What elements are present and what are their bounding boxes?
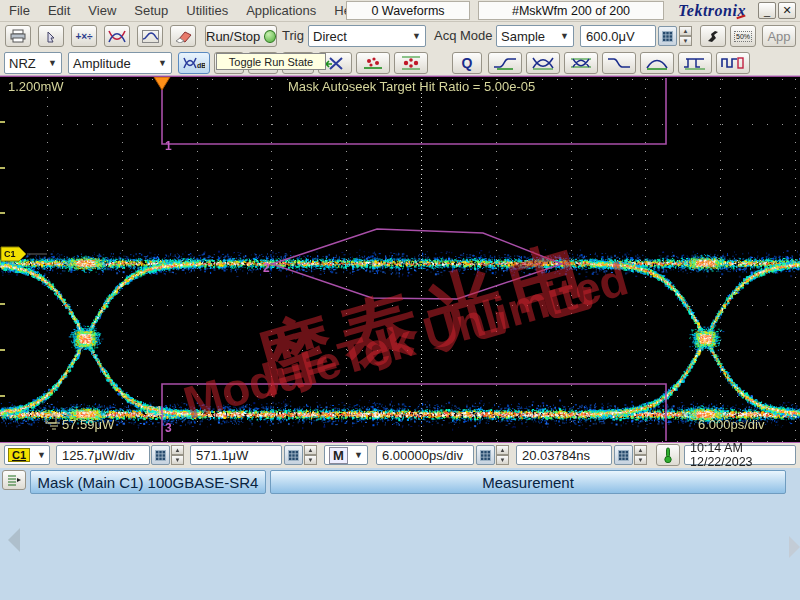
pulse-wave-icon <box>683 56 707 70</box>
collapse-left-arrow[interactable] <box>8 528 20 552</box>
ground-reference-icon <box>46 415 60 429</box>
scale-control-bar: C1▼ 125.7μW/div ▲▼ 571.1μW ▲▼ M▼ 6.00000… <box>0 443 800 468</box>
mask-test-button[interactable] <box>104 25 130 47</box>
menu-view[interactable]: View <box>79 0 125 22</box>
run-state-icon <box>264 30 276 43</box>
timebase-label: 6.000ps/div <box>698 417 765 432</box>
math-select[interactable]: M▼ <box>324 445 368 465</box>
horizontal-position-stepper[interactable]: ▲▼ <box>634 445 647 465</box>
keypad-icon[interactable] <box>476 445 495 465</box>
rise-wave-button[interactable] <box>488 52 522 74</box>
measurement-toolbar: NRZ▼ Amplitude▼ dB Q Toggle Run State <box>0 50 800 76</box>
q-factor-icon: Q <box>462 55 473 71</box>
title-bar: FileEditViewSetupUtilitiesApplicationsHe… <box>0 0 800 22</box>
menu-file[interactable]: File <box>0 0 39 22</box>
eye-crossing-button[interactable] <box>564 52 598 74</box>
tektronix-logo: Tektronix <box>678 2 746 20</box>
measure-category-select[interactable]: Amplitude▼ <box>68 52 172 74</box>
results-panel: Mask (Main C1) 100GBASE-SR4 Mask10Mask30… <box>0 468 800 600</box>
run-stop-label: Run/Stop <box>206 29 260 44</box>
menu-bar: FileEditViewSetupUtilitiesApplicationsHe… <box>0 0 370 22</box>
fall-wave-icon <box>607 56 631 70</box>
mask-hits-button-2[interactable] <box>394 52 428 74</box>
vertical-offset-stepper[interactable]: ▲▼ <box>304 445 317 465</box>
printer-icon <box>10 29 26 43</box>
clear-data-button[interactable] <box>170 25 196 47</box>
measurement-panel-header[interactable]: Measurement <box>270 470 786 494</box>
trigger-level-stepper[interactable]: ▲▼ <box>679 26 692 46</box>
minimize-button[interactable]: _ <box>758 2 776 19</box>
horizontal-scale-stepper[interactable]: ▲▼ <box>496 445 509 465</box>
mask2-label: 2 <box>263 261 270 275</box>
q-factor-button[interactable]: Q <box>452 52 482 74</box>
menu-edit[interactable]: Edit <box>39 0 79 22</box>
eye-two-icon <box>645 56 669 70</box>
acq-mode-select[interactable]: Sample▼ <box>496 25 574 47</box>
mask-db-button[interactable]: dB <box>178 52 210 74</box>
app-button[interactable]: App <box>762 25 796 47</box>
keypad-icon[interactable] <box>151 445 170 465</box>
mask-test-icon <box>108 30 126 43</box>
channel-label: C1 <box>146 403 163 418</box>
set-50pct-icon: 50% <box>734 31 752 42</box>
scroll-right-arrow[interactable] <box>789 536 800 558</box>
run-stop-button[interactable]: Run/Stop <box>205 25 277 47</box>
autoset-button[interactable] <box>700 25 726 47</box>
trigger-source-select[interactable]: Direct▼ <box>308 25 426 47</box>
mask-margin-icon <box>324 57 346 70</box>
waveform-display[interactable]: 1 2 3 C1 1.200mW Mask Autoseek Target Hi… <box>0 76 800 443</box>
mask-hits-red-icon <box>363 56 383 70</box>
waveform-edit-icon <box>142 30 159 43</box>
math-icon: +×÷ <box>75 31 92 42</box>
channel-marker-label[interactable]: C1 <box>4 249 16 259</box>
main-toolbar: +×÷ Run/Stop Trig Direct▼ Acq Mode Sampl… <box>0 22 800 50</box>
eye-one-button[interactable] <box>526 52 560 74</box>
mask3-label: 3 <box>165 421 172 435</box>
temperature-button[interactable] <box>656 444 680 466</box>
vertical-scale-input[interactable]: 125.7μW/div <box>56 445 150 465</box>
horizontal-position-input[interactable]: 20.03784ns <box>516 445 612 465</box>
set-50pct-button[interactable]: 50% <box>730 25 756 47</box>
mask-overlay <box>0 77 800 442</box>
pulse-wave-button[interactable] <box>678 52 712 74</box>
vertical-scale-stepper[interactable]: ▲▼ <box>171 445 184 465</box>
mask-db-icon: dB <box>183 57 205 70</box>
trigger-level-input[interactable]: 600.0μV <box>580 25 656 47</box>
vertical-offset-input[interactable]: 571.1μW <box>190 445 282 465</box>
eraser-icon <box>175 30 192 43</box>
keypad-icon[interactable] <box>284 445 303 465</box>
svg-text:dB: dB <box>197 62 205 69</box>
chevron-down-icon: ▼ <box>556 31 569 41</box>
mask1-label: 1 <box>165 139 172 153</box>
print-button[interactable] <box>5 25 31 47</box>
touch-select-button[interactable] <box>38 25 64 47</box>
chevron-down-icon: ▼ <box>33 450 46 460</box>
tooltip: Toggle Run State <box>216 53 326 70</box>
menu-applications[interactable]: Applications <box>237 0 325 22</box>
datetime-display: 10:14 AM 12/22/2023 <box>684 445 796 465</box>
rise-wave-icon <box>493 56 517 70</box>
bit-pattern-button[interactable] <box>716 52 750 74</box>
mask-autoseek-status: Mask Autoseek Target Hit Ratio = 5.00e-0… <box>288 79 535 94</box>
keypad-icon[interactable] <box>658 26 677 46</box>
close-button[interactable]: ✕ <box>778 2 796 19</box>
horizontal-scale-input[interactable]: 6.00000ps/div <box>376 445 474 465</box>
menu-utilities[interactable]: Utilities <box>177 0 237 22</box>
eye-one-icon <box>531 56 555 70</box>
readout-menu-button[interactable] <box>2 470 26 490</box>
chevron-down-icon: ▼ <box>408 31 421 41</box>
keypad-icon[interactable] <box>614 445 633 465</box>
mask-hits-red2-icon <box>401 56 421 70</box>
acq-mode-label: Acq Mode <box>434 28 493 43</box>
math-setup-button[interactable]: +×÷ <box>71 25 97 47</box>
mask-hits-button-1[interactable] <box>356 52 390 74</box>
trig-label: Trig <box>282 28 304 43</box>
mask-panel-header[interactable]: Mask (Main C1) 100GBASE-SR4 <box>30 470 266 494</box>
signal-type-select[interactable]: NRZ▼ <box>4 52 62 74</box>
waveform-edit-button[interactable] <box>137 25 163 47</box>
autoset-runner-icon <box>706 29 720 43</box>
channel-select[interactable]: C1▼ <box>4 445 50 465</box>
eye-two-button[interactable] <box>640 52 674 74</box>
fall-wave-button[interactable] <box>602 52 636 74</box>
menu-setup[interactable]: Setup <box>125 0 177 22</box>
